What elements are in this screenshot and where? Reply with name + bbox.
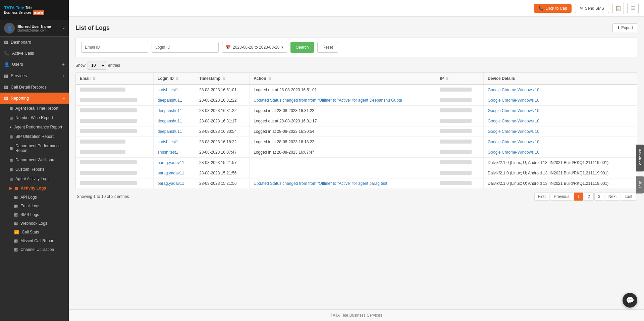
cell-action: [250, 158, 436, 168]
sort-icon: ⇅: [222, 77, 225, 81]
sidebar-item-email-logs[interactable]: ▦ Email Logs: [0, 202, 69, 210]
add-service-icon[interactable]: +: [62, 73, 65, 78]
col-ip[interactable]: IP ⇅: [436, 73, 484, 85]
page-2-button[interactable]: 2: [584, 193, 594, 201]
menu-button[interactable]: ☰: [627, 3, 639, 14]
table-row: ████████████████shrish.test128-08-2023 1…: [76, 137, 637, 147]
blurred-email: ████████████████: [80, 140, 125, 144]
login-id-link[interactable]: shrish.test1: [158, 140, 178, 144]
sidebar-item-webhook-logs[interactable]: ▦ Webhook Logs: [0, 219, 69, 228]
sidebar-item-dashboard[interactable]: ▦ Dashboard: [0, 37, 69, 48]
sidebar-item-sip-utilization-report[interactable]: ▦ SIP Utilization Report: [0, 132, 69, 141]
table-row: ████████████████████parag.yadav1128-08-2…: [76, 158, 637, 168]
sidebar-item-number-wise-report[interactable]: ▦ Number Wise Report: [0, 113, 69, 122]
login-id-link[interactable]: deepanshu11: [158, 119, 182, 123]
sidebar-item-activity-logs[interactable]: ▶ ▦ Activity Logs: [0, 183, 69, 193]
page-1-button[interactable]: 1: [574, 193, 584, 201]
ip-text: 106.21.███ ███: [440, 108, 472, 112]
sidebar-item-users[interactable]: 👤 Users +: [0, 59, 69, 70]
first-page-button[interactable]: First: [534, 193, 549, 201]
cell-timestamp: 28-08-2023 15:21:57: [195, 158, 249, 168]
login-id-link[interactable]: deepanshu11: [158, 108, 182, 113]
sidebar-item-sms-logs[interactable]: ▦ SMS Logs: [0, 210, 69, 219]
sidebar-item-department-wallboard[interactable]: ▦ Department Wallboard: [0, 155, 69, 165]
sidebar-item-call-stats[interactable]: 📶 Call Stats: [0, 228, 69, 236]
ip-text: 49.249.███ ███: [440, 150, 472, 154]
sidebar-subsub-label: Call Stats: [22, 230, 39, 234]
brand-name: TATA Tele: [4, 5, 24, 10]
collapse-icon[interactable]: −: [62, 96, 65, 101]
cell-login-id: deepanshu11: [153, 95, 195, 106]
reset-button[interactable]: Reset: [317, 42, 338, 53]
help-tab[interactable]: Help: [636, 176, 644, 194]
report-icon: ●: [9, 125, 12, 129]
user-email: blurred@email.com: [17, 29, 60, 32]
table-row: ████████████████████deepanshu1128-08-202…: [76, 106, 637, 116]
login-id-link[interactable]: deepanshu11: [158, 129, 182, 134]
cell-email: ████████████████: [76, 147, 153, 158]
chevron-down-icon: ▾: [281, 45, 283, 50]
page-3-button[interactable]: 3: [594, 193, 604, 201]
entries-select[interactable]: 10 25 50 100: [88, 61, 106, 70]
notifications-button[interactable]: 📋: [612, 3, 624, 14]
login-id-link[interactable]: parag.yadav11: [158, 171, 184, 175]
cell-ip: 106.21.███ ███: [436, 95, 484, 106]
cell-device-details: Google Chrome-Windows 10: [483, 147, 637, 158]
add-user-icon[interactable]: +: [62, 62, 65, 67]
blurred-email: ████████████████████: [80, 129, 137, 133]
sidebar-item-custom-reports[interactable]: ▦ Custom Reports: [0, 165, 69, 174]
sidebar-item-reporting[interactable]: ▦ Reporting −: [0, 93, 69, 104]
send-sms-button[interactable]: ✉ Send SMS: [575, 4, 609, 13]
next-page-button[interactable]: Next: [605, 193, 621, 201]
cell-email: ████████████████████: [76, 116, 153, 126]
sidebar-item-agent-performance-report[interactable]: ● Agent Performance Report: [0, 122, 69, 132]
user-section[interactable]: 👤 Blurred User Name blurred@email.com ▾: [0, 20, 69, 37]
sidebar-subsub-label: API Logs: [20, 195, 37, 200]
sidebar-item-agent-activity-logs[interactable]: ▦ Agent Activity Logs: [0, 174, 69, 183]
sidebar-item-services[interactable]: ▦ Services +: [0, 70, 69, 82]
email-logs-icon: ▦: [14, 204, 18, 208]
device-text: Google Chrome-Windows 10: [488, 129, 539, 134]
chat-fab-button[interactable]: 💬: [623, 293, 637, 308]
last-page-button[interactable]: Last: [621, 193, 636, 201]
cell-login-id: parag.yadav11: [153, 168, 195, 178]
col-login-id[interactable]: Login ID ⇅: [153, 73, 195, 85]
click-to-call-button[interactable]: 📞 Click to Call: [534, 4, 571, 13]
login-id-link[interactable]: parag.yadav11: [158, 181, 184, 186]
action-text: Updated Status changed from from "Offlin…: [254, 181, 387, 186]
search-button[interactable]: Search: [290, 42, 314, 53]
cell-login-id: parag.yadav11: [153, 178, 195, 189]
feedback-tab[interactable]: Feedback: [636, 145, 644, 171]
table-row: ████████████████████parag.yadav1128-08-2…: [76, 168, 637, 178]
col-timestamp[interactable]: Timestamp ⇅: [195, 73, 249, 85]
sidebar-item-call-detail-records[interactable]: ▦ Call Detail Records: [0, 82, 69, 93]
sidebar-item-missed-call-report[interactable]: ▦ Missed Call Report: [0, 236, 69, 245]
login-id-link[interactable]: parag.yadav11: [158, 160, 184, 165]
sidebar-item-channel-utilisation[interactable]: ▦ Channel Utilisation: [0, 245, 69, 254]
sidebar-item-api-logs[interactable]: ▦ API Logs: [0, 193, 69, 202]
chevron-down-icon[interactable]: ▾: [63, 26, 65, 30]
email-input[interactable]: [81, 42, 148, 53]
previous-page-button[interactable]: Previous: [550, 193, 573, 201]
col-email[interactable]: Email ⇅: [76, 73, 153, 85]
cell-action: Logged out at 28-08-2023 16:51:01: [250, 85, 436, 95]
pagination: First Previous 1 2 3 Next Last: [534, 193, 636, 201]
topbar: 📞 Click to Call ✉ Send SMS 📋 ☰: [69, 0, 644, 17]
sidebar-item-agent-real-time-report[interactable]: ▦ Agent Real Time Report: [0, 104, 69, 113]
date-range-picker[interactable]: 📅 2023-08-28 to 2023-08-28 ▾: [222, 42, 287, 53]
device-text: Google Chrome-Windows 10: [488, 140, 539, 144]
login-id-link[interactable]: shrish.test1: [158, 88, 178, 92]
notification-icon: 📋: [615, 5, 622, 11]
cell-timestamp: 28-08-2023 16:31:22: [195, 95, 249, 106]
cell-email: ████████████████████: [76, 95, 153, 106]
col-action[interactable]: Action ⇅: [250, 73, 436, 85]
login-id-link[interactable]: deepanshu11: [158, 98, 182, 103]
sidebar-item-active-calls[interactable]: 📞 Active Calls: [0, 48, 69, 59]
sort-icon: ⇅: [446, 77, 448, 81]
login-id-input[interactable]: [152, 42, 219, 53]
export-button[interactable]: ⬆ Export: [612, 23, 637, 32]
phone-icon: 📞: [539, 6, 544, 11]
login-id-link[interactable]: shrish.test1: [158, 150, 178, 155]
sidebar-subsub-label: Webhook Logs: [20, 221, 47, 226]
sidebar-item-department-performance-report[interactable]: ▦ Department Performance Report: [0, 141, 69, 155]
